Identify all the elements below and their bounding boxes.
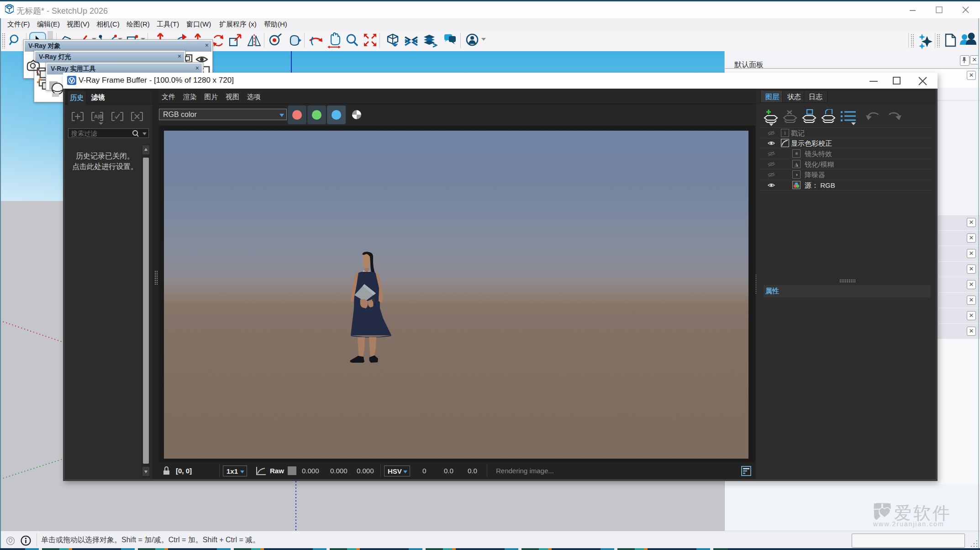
svg-text:A|B: A|B xyxy=(94,114,103,119)
